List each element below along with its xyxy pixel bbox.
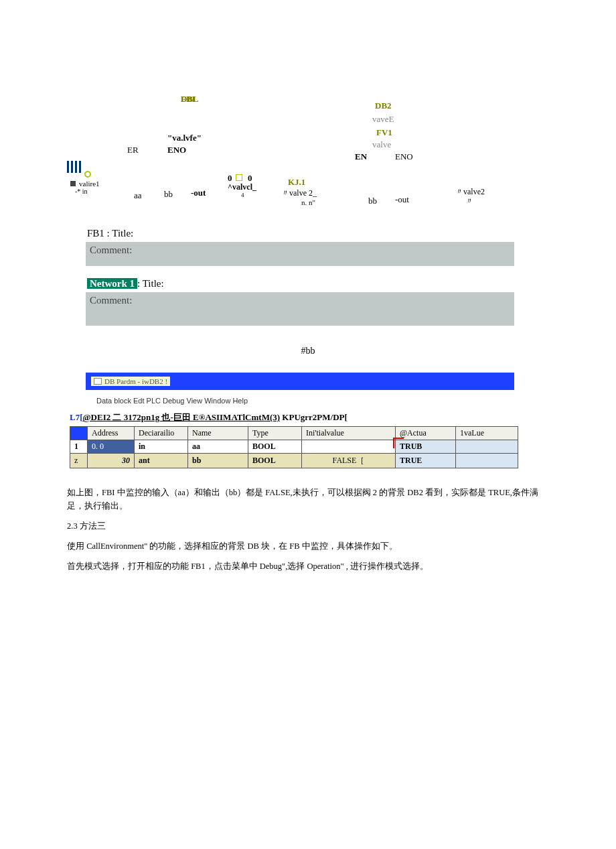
th-name: Name [188, 427, 248, 440]
cell-idx: 1 [70, 440, 88, 454]
cell-idx: z [70, 454, 88, 468]
bars-icon [67, 161, 82, 173]
cell-address: 30 [88, 454, 135, 468]
out-right-label: -out [395, 194, 409, 205]
fb1-section: FB1 : Title: Comment: Network 1: Title: … [67, 228, 549, 326]
nn-label: n. n" [301, 198, 315, 206]
valve-label: valve [372, 139, 391, 150]
hash-bb-text: #bb [67, 346, 549, 356]
fbi-label: FBI [181, 94, 196, 105]
body-p1: 如上图，FBI 中监控的输入（aa）和输出（bb）都是 FALSE,未执行，可以… [67, 486, 549, 513]
window-icon [94, 378, 102, 385]
th-type: Type [248, 427, 302, 440]
db-path-line: L7[@DEI2 二 3172pn1g 也-巨田 E®ASIIMATlCmtM(… [70, 411, 549, 423]
comment2-label: Comment: [90, 295, 132, 306]
network-title-row: Network 1: Title: [87, 278, 549, 289]
th-value: 1vaLue [456, 427, 518, 440]
cell-address: 0. 0 [88, 440, 135, 454]
closeq-label: 〃 [465, 196, 473, 207]
db-window-title: DB Pardm - iwDB2 ! [104, 377, 167, 385]
valve2-top-label: 〃valve 2_ [281, 188, 317, 199]
network-title-label: : Title: [137, 278, 164, 289]
cell-val [456, 454, 518, 468]
body-p2: 2.3 方法三 [67, 519, 549, 533]
network-comment-box: Comment: [86, 292, 514, 326]
table-row[interactable]: z 30 ant bb BOOL FALSE［ TRUE [70, 454, 518, 468]
l7-prefix: L7[ [70, 412, 83, 422]
path-part1: @DEI2 二 3172pn1g 也-巨田 E®ASIIMATlCmtM(3) [83, 412, 281, 422]
eno-right-label: ENO [395, 151, 413, 162]
fb-call-diagram-area: DBL FBI "va.lvfe" ER ENO valire1 -* in a… [67, 94, 549, 214]
table-row[interactable]: 1 0. 0 in aa BOOL TRUB [70, 440, 518, 454]
bb-left-label: bb [164, 189, 173, 200]
th-decl: Deciarailio [135, 427, 188, 440]
bb-right-label: bb [368, 196, 377, 206]
comment-label: Comment: [90, 245, 132, 255]
db-menu-text: Data block Edt PLC Debug View Window Hel… [96, 397, 248, 405]
fb1-title: FB1 : Title: [87, 228, 549, 239]
cell-actual: TRUB [396, 440, 456, 454]
body-p3: 使用 CallEnvironment" 的功能，选择相应的背景 DB 块，在 F… [67, 539, 549, 553]
valvfe-label: "va.lvfe" [167, 133, 202, 143]
cell-type: BOOL [248, 454, 302, 468]
cell-val [456, 440, 518, 454]
cell-actual: TRUE [396, 454, 456, 468]
cell-decl: ant [135, 454, 188, 468]
valvcl-label: ^valvcl_ [228, 182, 256, 192]
eno-left-label: ENO [167, 145, 186, 155]
cell-decl: in [135, 440, 188, 454]
cell-name: aa [188, 440, 248, 454]
fb1-comment-box: Comment: [86, 242, 514, 266]
out-left-label: -out [191, 188, 206, 198]
circle-icon [84, 171, 91, 178]
star-in-label: -* in [75, 188, 88, 195]
db-data-table: Address Deciarailio Name Type Ini'tialva… [70, 426, 518, 468]
vavee-label: vaveE [372, 114, 394, 125]
er-label: ER [127, 145, 139, 155]
db-menu-bar[interactable]: Data block Edt PLC Debug View Window Hel… [96, 397, 549, 405]
valirel-label: valire1 [79, 180, 100, 188]
th-initval: Ini'tialvalue [302, 427, 396, 440]
th-address: Address [88, 427, 135, 440]
table-header-row: Address Deciarailio Name Type Ini'tialva… [70, 427, 518, 440]
cell-name: bb [188, 454, 248, 468]
cell-init: FALSE［ [302, 454, 396, 468]
square-icon [70, 181, 76, 186]
box-icon [236, 172, 242, 182]
path-part2: KPUgrr2PM/DP[ [280, 412, 348, 422]
db-window-tab[interactable]: DB Pardm - iwDB2 ! [91, 377, 170, 386]
db-window-titlebar: DB Pardm - iwDB2 ! [86, 373, 514, 390]
th-blank [70, 427, 88, 440]
cell-init [302, 440, 396, 454]
th-actual: @Actua [396, 427, 456, 440]
fv1-label: FV1 [376, 127, 392, 138]
cell-type: BOOL [248, 440, 302, 454]
kj1-label: KJ.1 [288, 177, 305, 188]
db2-label: DB2 [375, 101, 392, 111]
aa-label: aa [134, 190, 142, 201]
network-badge: Network 1 [87, 278, 137, 289]
body-p4: 首先模式选择，打开相应的功能 FB1，点击菜单中 Debug",选择 Opera… [67, 560, 549, 573]
en-label: EN [355, 151, 367, 162]
four-label: 4 [241, 192, 244, 198]
body-text: 如上图，FBI 中监控的输入（aa）和输出（bb）都是 FALSE,未执行，可以… [67, 486, 549, 573]
